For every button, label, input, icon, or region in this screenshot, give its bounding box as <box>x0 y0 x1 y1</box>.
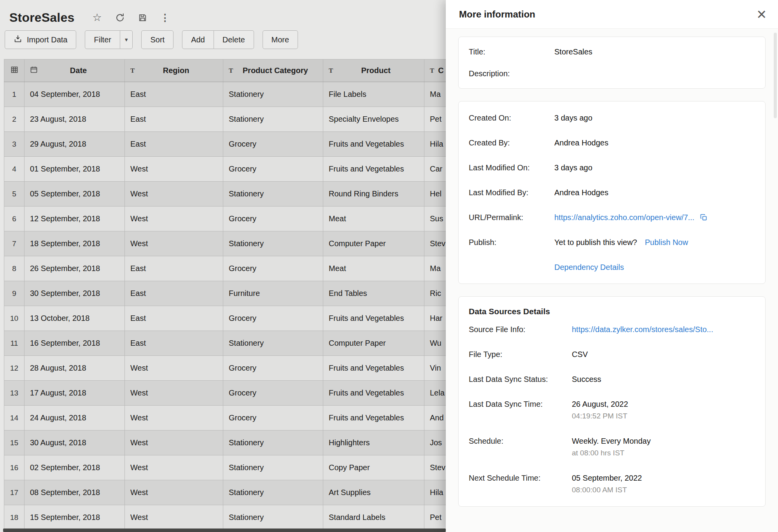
date-cell[interactable]: 23 August, 2018 <box>25 107 125 132</box>
url-link[interactable]: https://data.zylker.com/stores/sales/Sto… <box>572 325 713 334</box>
date-cell[interactable]: 01 September, 2018 <box>25 157 125 182</box>
row-number-cell[interactable]: 15 <box>4 430 25 455</box>
product-category-cell[interactable]: Stationery <box>223 182 323 206</box>
select-all-header[interactable] <box>4 60 25 82</box>
product-cell[interactable]: Art Supplies <box>323 480 424 505</box>
date-cell[interactable]: 08 September, 2018 <box>25 480 125 505</box>
product-cell[interactable]: Computer Paper <box>323 331 424 356</box>
product-cell[interactable]: Fruits and Vegetables <box>323 132 424 157</box>
column-header-date[interactable]: Date <box>25 60 125 82</box>
product-category-cell[interactable]: Stationery <box>223 480 323 505</box>
row-number-cell[interactable]: 17 <box>4 480 25 505</box>
region-cell[interactable]: West <box>125 455 223 480</box>
date-cell[interactable]: 30 September, 2018 <box>25 281 125 306</box>
filter-dropdown-button[interactable]: ▾ <box>120 30 133 49</box>
product-cell[interactable]: Computer Paper <box>323 231 424 256</box>
product-cell[interactable]: End Tables <box>323 281 424 306</box>
product-category-cell[interactable]: Grocery <box>223 206 323 231</box>
date-cell[interactable]: 29 August, 2018 <box>25 132 125 157</box>
product-category-cell[interactable]: Grocery <box>223 132 323 157</box>
add-button[interactable]: Add <box>182 30 214 49</box>
region-cell[interactable]: West <box>125 231 223 256</box>
date-cell[interactable]: 16 September, 2018 <box>25 331 125 356</box>
date-cell[interactable]: 18 September, 2018 <box>25 231 125 256</box>
row-number-cell[interactable]: 6 <box>4 206 25 231</box>
favorite-star-icon[interactable]: ☆ <box>92 12 102 23</box>
column-header-region[interactable]: T Region <box>125 60 223 82</box>
region-cell[interactable]: East <box>125 256 223 281</box>
row-number-cell[interactable]: 10 <box>4 306 25 331</box>
product-cell[interactable]: Fruits and Vegetables <box>323 381 424 406</box>
row-number-cell[interactable]: 5 <box>4 182 25 206</box>
kebab-menu-icon[interactable]: ⋮ <box>160 13 170 23</box>
url-link[interactable]: https://analytics.zoho.com/open-view/7..… <box>554 213 694 222</box>
region-cell[interactable]: East <box>125 132 223 157</box>
product-cell[interactable]: Fruits and Vegetables <box>323 406 424 430</box>
row-number-cell[interactable]: 13 <box>4 381 25 406</box>
date-cell[interactable]: 05 September, 2018 <box>25 182 125 206</box>
product-cell[interactable]: Fruits and Vegetables <box>323 356 424 381</box>
more-button[interactable]: More <box>263 30 298 49</box>
close-icon[interactable]: × <box>757 8 766 21</box>
product-category-cell[interactable]: Grocery <box>223 306 323 331</box>
row-number-cell[interactable]: 11 <box>4 331 25 356</box>
date-cell[interactable]: 02 September, 2018 <box>25 455 125 480</box>
date-cell[interactable]: 13 October, 2018 <box>25 306 125 331</box>
date-cell[interactable]: 24 August, 2018 <box>25 406 125 430</box>
row-number-cell[interactable]: 12 <box>4 356 25 381</box>
row-number-cell[interactable]: 8 <box>4 256 25 281</box>
column-header-product-category[interactable]: T Product Category <box>223 60 323 82</box>
product-cell[interactable]: Fruits and Vegetables <box>323 157 424 182</box>
region-cell[interactable]: West <box>125 430 223 455</box>
product-category-cell[interactable]: Stationery <box>223 231 323 256</box>
date-cell[interactable]: 26 September, 2018 <box>25 256 125 281</box>
row-number-cell[interactable]: 14 <box>4 406 25 430</box>
date-cell[interactable]: 15 September, 2018 <box>25 505 125 530</box>
column-header-product[interactable]: T Product <box>323 60 424 82</box>
date-cell[interactable]: 17 August, 2018 <box>25 381 125 406</box>
product-category-cell[interactable]: Stationery <box>223 331 323 356</box>
date-cell[interactable]: 28 August, 2018 <box>25 356 125 381</box>
product-cell[interactable]: Round Ring Binders <box>323 182 424 206</box>
region-cell[interactable]: West <box>125 157 223 182</box>
sort-button[interactable]: Sort <box>141 30 173 49</box>
region-cell[interactable]: East <box>125 306 223 331</box>
product-category-cell[interactable]: Stationery <box>223 430 323 455</box>
product-category-cell[interactable]: Furniture <box>223 281 323 306</box>
row-number-cell[interactable]: 3 <box>4 132 25 157</box>
region-cell[interactable]: East <box>125 281 223 306</box>
row-number-cell[interactable]: 9 <box>4 281 25 306</box>
region-cell[interactable]: West <box>125 182 223 206</box>
product-category-cell[interactable]: Grocery <box>223 406 323 430</box>
region-cell[interactable]: West <box>125 505 223 530</box>
product-cell[interactable]: Standard Labels <box>323 505 424 530</box>
delete-button[interactable]: Delete <box>214 30 254 49</box>
date-cell[interactable]: 30 August, 2018 <box>25 430 125 455</box>
product-category-cell[interactable]: Stationery <box>223 107 323 132</box>
region-cell[interactable]: East <box>125 331 223 356</box>
date-cell[interactable]: 12 September, 2018 <box>25 206 125 231</box>
row-number-cell[interactable]: 2 <box>4 107 25 132</box>
region-cell[interactable]: East <box>125 82 223 107</box>
product-category-cell[interactable]: Stationery <box>223 82 323 107</box>
product-cell[interactable]: Fruits and Vegetables <box>323 306 424 331</box>
row-number-cell[interactable]: 16 <box>4 455 25 480</box>
product-cell[interactable]: File Labels <box>323 82 424 107</box>
horizontal-scrollbar[interactable] <box>3 528 446 532</box>
product-category-cell[interactable]: Grocery <box>223 356 323 381</box>
region-cell[interactable]: West <box>125 381 223 406</box>
product-category-cell[interactable]: Grocery <box>223 256 323 281</box>
import-data-button[interactable]: Import Data <box>5 30 76 49</box>
row-number-cell[interactable]: 4 <box>4 157 25 182</box>
region-cell[interactable]: West <box>125 206 223 231</box>
filter-button[interactable]: Filter <box>85 30 120 49</box>
row-number-cell[interactable]: 7 <box>4 231 25 256</box>
product-cell[interactable]: Specialty Envelopes <box>323 107 424 132</box>
refresh-icon[interactable] <box>115 13 125 23</box>
product-category-cell[interactable]: Stationery <box>223 505 323 530</box>
product-cell[interactable]: Meat <box>323 206 424 231</box>
publish-now-link[interactable]: Publish Now <box>645 238 688 247</box>
region-cell[interactable]: West <box>125 406 223 430</box>
dependency-details-link[interactable]: Dependency Details <box>554 263 624 271</box>
product-cell[interactable]: Highlighters <box>323 430 424 455</box>
